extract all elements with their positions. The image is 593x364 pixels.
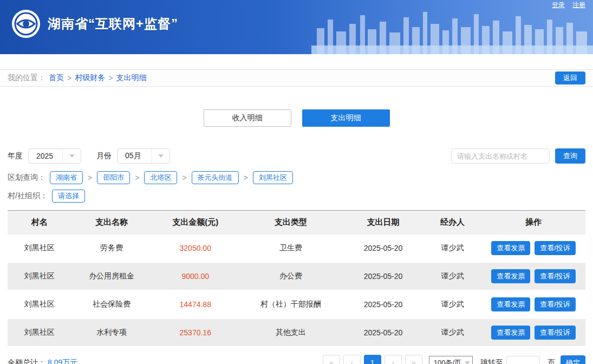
col-amount: 支出金额(元) (152, 211, 239, 235)
pagination: « ‹ 1 › » 100条/页 跳转至 页 确定 (323, 355, 585, 364)
col-operator: 经办人 (423, 211, 481, 235)
breadcrumb: 我的位置： 首页 > 村级财务 > 支出明细 返回 (0, 69, 593, 87)
site-header: 登录 注册 湖南省“互 (0, 0, 593, 54)
cell-type: 卫生费 (239, 235, 343, 262)
cell-expense-name: 办公用房租金 (71, 262, 152, 290)
year-select-value: 2025 (29, 152, 62, 160)
breadcrumb-separator: > (67, 74, 71, 82)
view-invoice-button[interactable]: 查看发票 (491, 269, 530, 283)
jump-to-page-input[interactable] (506, 356, 540, 364)
first-page-button[interactable]: « (323, 355, 340, 364)
region-separator: > (135, 173, 139, 182)
jump-to-label: 跳转至 (480, 358, 503, 364)
last-page-button[interactable]: » (405, 355, 422, 364)
region-filter-row: 区划查询： 湖南省 > 邵阳市 > 北塔区 > 茶元头街道 > 刘黑社区 (8, 171, 585, 184)
chevron-down-icon (151, 149, 170, 163)
view-invoice-button[interactable]: 查看发票 (491, 297, 530, 311)
page-size-value: 100条/页 (434, 358, 461, 364)
cell-operator: 谭少武 (423, 290, 481, 318)
cell-expense-name: 劳务费 (71, 235, 152, 262)
view-complaint-button[interactable]: 查看/投诉 (535, 297, 576, 311)
cell-date: 2025-05-20 (343, 262, 423, 290)
main-content: 年度 2025 月份 05月 查询 区划查询： 湖南省 > 邵阳市 > 北塔区 … (0, 148, 593, 364)
tab-income-detail[interactable]: 收入明细 (204, 109, 291, 127)
cell-amount: 32050.00 (152, 235, 239, 262)
col-type: 支出类型 (239, 211, 343, 235)
org-label: 村/社组织： (8, 191, 48, 201)
region-community-button[interactable]: 刘黑社区 (253, 171, 293, 184)
breadcrumb-expense-detail[interactable]: 支出明细 (116, 73, 146, 83)
site-logo (12, 10, 40, 38)
cell-date: 2025-05-20 (343, 235, 423, 262)
cell-village: 刘黑社区 (8, 235, 71, 262)
breadcrumb-home[interactable]: 首页 (49, 73, 64, 83)
next-page-button[interactable]: › (385, 355, 402, 364)
region-street-button[interactable]: 茶元头街道 (192, 171, 239, 184)
page-suffix-label: 页 (548, 358, 555, 364)
site-title: 湖南省“互联网+监督” (48, 15, 178, 32)
cell-type: 办公费 (239, 262, 343, 290)
current-page-button[interactable]: 1 (364, 355, 381, 364)
total-label: 金额总计： (8, 358, 45, 364)
cell-type: 其他支出 (239, 318, 343, 347)
prev-page-button[interactable]: ‹ (343, 355, 361, 364)
cell-operator: 谭少武 (423, 318, 481, 347)
breadcrumb-village-finance[interactable]: 村级财务 (75, 73, 105, 83)
cell-village: 刘黑社区 (8, 290, 71, 318)
breadcrumb-separator: > (108, 74, 113, 82)
table-header-row: 村名 支出名称 支出金额(元) 支出类型 支出日期 经办人 操作 (8, 211, 585, 235)
cell-type: 村（社）干部报酬 (239, 290, 343, 318)
view-complaint-button[interactable]: 查看/投诉 (535, 326, 576, 340)
cell-amount: 9000.00 (152, 262, 239, 290)
org-filter-row: 村/社组织： 请选择 (8, 190, 585, 203)
breadcrumb-label: 我的位置： (8, 73, 45, 83)
filter-row: 年度 2025 月份 05月 查询 (8, 148, 585, 164)
view-invoice-button[interactable]: 查看发票 (491, 241, 530, 255)
brand: 湖南省“互联网+监督” (12, 10, 178, 38)
col-expense-name: 支出名称 (71, 211, 152, 235)
tab-expense-detail[interactable]: 支出明细 (302, 109, 390, 127)
cell-village: 刘黑社区 (8, 262, 71, 290)
back-button[interactable]: 返回 (555, 72, 585, 84)
city-skyline-image (311, 8, 593, 54)
view-invoice-button[interactable]: 查看发票 (491, 326, 530, 340)
region-city-button[interactable]: 邵阳市 (97, 171, 130, 184)
year-label: 年度 (8, 151, 23, 161)
month-select[interactable]: 05月 (117, 148, 170, 164)
chevron-down-icon (465, 361, 470, 364)
table-row: 刘黑社区 办公用房租金 9000.00 办公费 2025-05-20 谭少武 查… (8, 262, 585, 290)
col-date: 支出日期 (343, 211, 423, 235)
region-province-button[interactable]: 湖南省 (50, 171, 83, 184)
chevron-down-icon (62, 149, 81, 163)
view-complaint-button[interactable]: 查看/投诉 (535, 269, 576, 283)
view-complaint-button[interactable]: 查看/投诉 (535, 241, 576, 255)
month-label: 月份 (96, 151, 112, 161)
org-select-button[interactable]: 请选择 (52, 190, 85, 203)
total-value: 8.09万元 (48, 358, 77, 364)
cell-date: 2025-05-20 (343, 290, 423, 318)
region-separator: > (182, 173, 186, 182)
cell-amount: 14474.88 (152, 290, 239, 318)
col-actions: 操作 (481, 211, 585, 235)
region-separator: > (88, 173, 92, 182)
expense-table: 村名 支出名称 支出金额(元) 支出类型 支出日期 经办人 操作 刘黑社区 劳务… (8, 210, 585, 347)
table-row: 刘黑社区 劳务费 32050.00 卫生费 2025-05-20 谭少武 查看发… (8, 235, 585, 262)
cell-expense-name: 社会保险费 (71, 290, 152, 318)
table-footer: 金额总计： 8.09万元 « ‹ 1 › » 100条/页 跳转至 页 确定 (8, 355, 585, 364)
region-separator: > (244, 173, 248, 182)
cell-date: 2025-05-20 (343, 318, 423, 347)
cell-operator: 谭少武 (423, 235, 481, 262)
table-row: 刘黑社区 水利专项 25370.16 其他支出 2025-05-20 谭少武 查… (8, 318, 585, 347)
cell-amount: 25370.16 (152, 318, 239, 347)
table-row: 刘黑社区 社会保险费 14474.88 村（社）干部报酬 2025-05-20 … (8, 290, 585, 318)
page-size-select[interactable]: 100条/页 (429, 356, 473, 364)
confirm-button[interactable]: 确定 (561, 355, 585, 364)
col-village: 村名 (8, 211, 71, 235)
search-input[interactable] (451, 148, 550, 164)
cell-village: 刘黑社区 (8, 318, 71, 347)
query-button[interactable]: 查询 (555, 148, 585, 164)
cell-operator: 谭少武 (423, 262, 481, 290)
year-select[interactable]: 2025 (28, 148, 81, 164)
region-district-button[interactable]: 北塔区 (144, 171, 177, 184)
month-select-value: 05月 (118, 151, 151, 161)
